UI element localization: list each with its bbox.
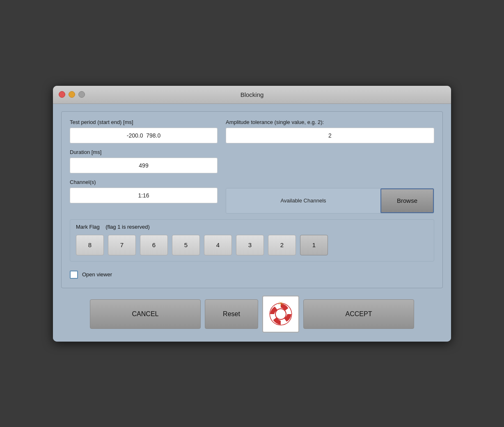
- available-channels-container: Available Channels Browse: [226, 188, 434, 214]
- titlebar-buttons: [59, 91, 85, 98]
- window-title: Blocking: [241, 91, 264, 98]
- mark-flag-label: Mark Flag: [76, 224, 100, 230]
- maximize-button[interactable]: [78, 91, 85, 98]
- main-window: Blocking Test period (start end) [ms] Am…: [53, 86, 451, 342]
- amplitude-tolerance-label: Amplitude tolerance (single value, e.g. …: [226, 119, 434, 125]
- reset-button[interactable]: Reset: [205, 299, 258, 329]
- flag-button-4[interactable]: 4: [204, 235, 232, 255]
- close-button[interactable]: [59, 91, 65, 98]
- flag-button-2[interactable]: 2: [268, 235, 296, 255]
- flag-button-6[interactable]: 6: [140, 235, 168, 255]
- channels-label: Channel(s): [70, 179, 218, 185]
- flag-button-3[interactable]: 3: [236, 235, 264, 255]
- mark-flag-group: Mark Flag (flag 1 is reserved) 87654321: [70, 219, 434, 262]
- window-body: Test period (start end) [ms] Amplitude t…: [53, 104, 451, 342]
- duration-input[interactable]: [70, 158, 218, 173]
- mark-flag-legend: Mark Flag (flag 1 is reserved): [76, 224, 428, 230]
- main-panel: Test period (start end) [ms] Amplitude t…: [61, 111, 443, 288]
- titlebar: Blocking: [53, 86, 451, 104]
- top-row: Test period (start end) [ms] Amplitude t…: [70, 119, 434, 143]
- help-icon: [268, 302, 293, 326]
- flag-button-5[interactable]: 5: [172, 235, 200, 255]
- open-viewer-label: Open viewer: [82, 271, 112, 278]
- svg-point-2: [275, 309, 286, 319]
- test-period-input[interactable]: [70, 128, 218, 143]
- mark-flag-note: (flag 1 is reserved): [105, 224, 150, 230]
- available-channels-label: Available Channels: [226, 188, 380, 213]
- cancel-button[interactable]: CANCEL: [90, 299, 201, 329]
- browse-button[interactable]: Browse: [380, 188, 434, 213]
- open-viewer-checkbox[interactable]: [70, 271, 78, 279]
- channels-input[interactable]: [70, 188, 218, 203]
- channels-col: Channel(s): [70, 179, 218, 203]
- accept-button[interactable]: ACCEPT: [303, 299, 414, 329]
- flag-button-1[interactable]: 1: [300, 235, 328, 255]
- amplitude-tolerance-input[interactable]: [226, 128, 434, 143]
- open-viewer-row: Open viewer: [70, 267, 434, 280]
- channels-row: Channel(s) Available Channels Browse: [70, 179, 434, 214]
- test-period-label: Test period (start end) [ms]: [70, 119, 218, 125]
- minimize-button[interactable]: [69, 91, 75, 98]
- duration-label: Duration [ms]: [70, 149, 434, 155]
- duration-row: Duration [ms]: [70, 149, 434, 173]
- flag-button-7[interactable]: 7: [108, 235, 136, 255]
- help-button[interactable]: [262, 296, 299, 333]
- flag-button-8[interactable]: 8: [76, 235, 104, 255]
- test-period-col: Test period (start end) [ms]: [70, 119, 218, 143]
- amplitude-tolerance-col: Amplitude tolerance (single value, e.g. …: [226, 119, 434, 143]
- flag-buttons: 87654321: [76, 235, 428, 255]
- bottom-buttons: CANCEL Reset: [61, 294, 443, 333]
